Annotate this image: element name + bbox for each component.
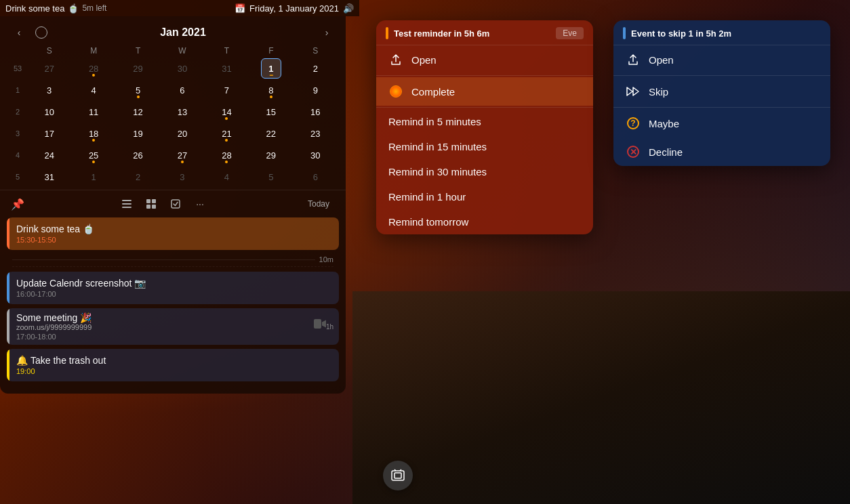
- cal-day[interactable]: 22: [261, 123, 281, 144]
- cal-day[interactable]: 28: [216, 145, 237, 165]
- cal-day[interactable]: 5: [261, 167, 281, 187]
- cal-day[interactable]: 27: [172, 145, 193, 165]
- cal-today-circle[interactable]: [35, 26, 47, 39]
- cal-day[interactable]: 26: [128, 145, 148, 165]
- cal-day[interactable]: 31: [39, 167, 60, 187]
- skip-label: Skip: [649, 86, 668, 98]
- remind15-label: Remind in 15 minutes: [388, 141, 487, 152]
- cal-day[interactable]: 31: [216, 58, 237, 79]
- today-btn[interactable]: Today: [302, 198, 335, 210]
- popup-complete-btn[interactable]: Complete: [376, 77, 593, 106]
- cal-day[interactable]: 24: [39, 145, 60, 165]
- cal-day[interactable]: 29: [261, 145, 281, 165]
- events-section: Drink some tea 🍵 15:30-15:50 10m Update …: [0, 217, 346, 388]
- popup-skip-btn[interactable]: Skip: [613, 77, 830, 106]
- event-title-trash: 🔔 Take the trash out: [16, 355, 332, 366]
- week-col-header: [8, 46, 27, 56]
- cal-day[interactable]: 19: [128, 123, 148, 144]
- cal-day-today[interactable]: 1: [261, 58, 281, 79]
- cal-day[interactable]: 10: [39, 102, 60, 122]
- event-title-update: Update Calendr screenshot 📷: [16, 278, 332, 289]
- cal-day[interactable]: 18: [83, 123, 104, 144]
- reminder-popup-right: Event to skip 1 in 5h 2m Open Skip ? May…: [613, 20, 830, 166]
- svg-rect-4: [152, 199, 156, 203]
- cal-day[interactable]: 30: [305, 145, 325, 165]
- popup-open-btn-right[interactable]: Open: [613, 45, 830, 74]
- open-label-right: Open: [649, 54, 674, 66]
- cal-day[interactable]: 23: [305, 123, 325, 144]
- cal-day[interactable]: 8: [261, 80, 281, 100]
- popup-decline-btn[interactable]: ✕ Decline: [613, 138, 830, 166]
- cal-day[interactable]: 29: [128, 58, 148, 79]
- cal-day[interactable]: 20: [172, 123, 193, 144]
- time-separator: [12, 266, 333, 268]
- cal-day[interactable]: 11: [83, 102, 104, 122]
- more-btn[interactable]: ···: [190, 196, 209, 212]
- cal-day[interactable]: 28: [83, 58, 104, 79]
- cal-day[interactable]: 13: [172, 102, 193, 122]
- popup-maybe-btn[interactable]: ? Maybe: [613, 109, 830, 138]
- cal-day[interactable]: 3: [39, 80, 60, 100]
- complete-label: Complete: [411, 86, 455, 98]
- popup-title-left: Test reminder in 5h 6m: [394, 28, 550, 39]
- svg-rect-5: [146, 205, 150, 209]
- svg-rect-2: [122, 207, 131, 208]
- popup-remind1h-btn[interactable]: Remind in 1 hour: [376, 184, 593, 209]
- event-update-calendr[interactable]: Update Calendr screenshot 📷 16:00-17:00: [7, 272, 339, 304]
- share-icon-right: [626, 52, 641, 67]
- list-view-btn[interactable]: [117, 196, 136, 212]
- remindtmr-label: Remind tomorrow: [388, 216, 468, 228]
- cal-day[interactable]: 25: [83, 145, 104, 165]
- gap-time: 10m: [319, 255, 333, 264]
- weekday-fri: F: [249, 46, 293, 56]
- cal-day[interactable]: 21: [216, 123, 237, 144]
- cal-day[interactable]: 16: [305, 102, 325, 122]
- cal-prev-btn[interactable]: ‹: [11, 24, 27, 41]
- cal-day[interactable]: 2: [305, 58, 325, 79]
- cal-day[interactable]: 30: [172, 58, 193, 79]
- week-num-2: 2: [8, 102, 27, 122]
- cal-day[interactable]: 15: [261, 102, 281, 122]
- cal-week-3: 3 17 18 19 20 21 22 23: [8, 123, 338, 144]
- event-action-meeting: 1h: [308, 308, 339, 345]
- screenshot-btn[interactable]: [383, 461, 413, 490]
- popup-divider-2: [376, 107, 593, 108]
- month-view-btn[interactable]: [142, 196, 161, 212]
- popup-divider-right-1: [613, 75, 830, 76]
- popup-eve-tab[interactable]: Eve: [556, 27, 584, 39]
- open-label-left: Open: [411, 54, 437, 66]
- cal-day[interactable]: 27: [39, 58, 60, 79]
- cal-day[interactable]: 5: [128, 80, 148, 100]
- popup-accent-bar-right: [623, 27, 626, 39]
- cal-day[interactable]: 2: [128, 167, 148, 187]
- cal-day[interactable]: 4: [216, 167, 237, 187]
- popup-open-btn-left[interactable]: Open: [376, 45, 593, 74]
- cal-day[interactable]: 17: [39, 123, 60, 144]
- popup-remind15-btn[interactable]: Remind in 15 minutes: [376, 134, 593, 159]
- cal-day[interactable]: 9: [305, 80, 325, 100]
- popup-remindtmr-btn[interactable]: Remind tomorrow: [376, 209, 593, 234]
- cal-day[interactable]: 6: [172, 80, 193, 100]
- cal-day[interactable]: 12: [128, 102, 148, 122]
- svg-rect-10: [394, 473, 401, 478]
- cal-day[interactable]: 14: [216, 102, 237, 122]
- event-drink-tea[interactable]: Drink some tea 🍵 15:30-15:50: [7, 217, 339, 250]
- cal-day[interactable]: 1: [83, 167, 104, 187]
- menubar: Drink some tea 🍵 5m left 📅 Friday, 1 Jan…: [0, 0, 359, 16]
- cal-day[interactable]: 3: [172, 167, 193, 187]
- task-view-btn[interactable]: [166, 196, 185, 212]
- event-time-drink: 15:30-15:50: [16, 236, 332, 244]
- cal-month-year: Jan 2021: [56, 26, 310, 39]
- cal-day[interactable]: 7: [216, 80, 237, 100]
- popup-remind5-btn[interactable]: Remind in 5 minutes: [376, 109, 593, 134]
- tea-title: Drink some tea: [5, 3, 64, 14]
- event-take-trash[interactable]: 🔔 Take the trash out 19:00: [7, 349, 339, 381]
- cal-week-53: 53 27 28 29 30 31 1 2: [8, 58, 338, 79]
- cal-day[interactable]: 4: [83, 80, 104, 100]
- cal-next-btn[interactable]: ›: [319, 24, 335, 41]
- cal-day[interactable]: 6: [305, 167, 325, 187]
- event-some-meeting[interactable]: Some meeting 🎉 zoom.us/j/9999999999 17:0…: [7, 308, 339, 345]
- popup-remind30-btn[interactable]: Remind in 30 minutes: [376, 159, 593, 184]
- pin-icon[interactable]: 📌: [11, 198, 24, 211]
- weekday-mon: M: [71, 46, 115, 56]
